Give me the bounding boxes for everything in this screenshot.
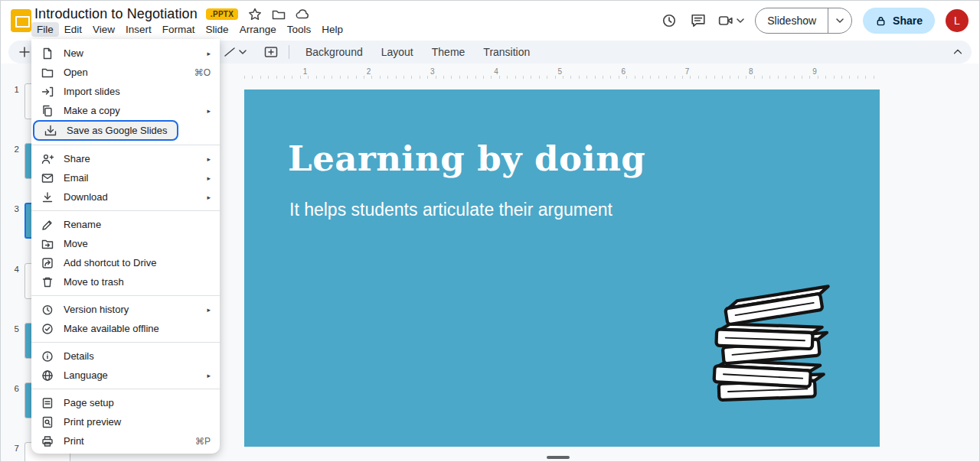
open-folder-icon (41, 67, 54, 79)
books-illustration[interactable] (701, 276, 837, 405)
submenu-arrow-icon: ▸ (207, 306, 211, 314)
slideshow-dropdown-button[interactable] (828, 18, 851, 23)
menu-item-add-shortcut-to-drive[interactable]: Add shortcut to Drive (31, 253, 220, 272)
menu-item-import-slides[interactable]: Import slides (31, 82, 220, 101)
menu-item-label: Language (64, 369, 198, 381)
slideshow-button[interactable]: Slideshow (756, 15, 828, 27)
menu-item-print-preview[interactable]: Print preview (31, 412, 220, 431)
theme-button[interactable]: Theme (424, 44, 473, 60)
page-setup-icon (41, 397, 54, 409)
menu-item-page-setup[interactable]: Page setup (31, 393, 220, 412)
menubar-file[interactable]: File (31, 22, 59, 37)
menubar-slide[interactable]: Slide (201, 22, 234, 37)
plus-icon (18, 45, 31, 59)
slide-canvas[interactable]: Learning by doing It helps students arti… (244, 89, 880, 447)
lock-icon (875, 15, 887, 27)
menu-item-label: Move (64, 238, 211, 249)
slide-title[interactable]: Learning by doing (288, 138, 645, 179)
transition-button[interactable]: Transition (475, 44, 537, 60)
horizontal-ruler: 1 2 3 4 5 6 7 8 9 (244, 67, 881, 79)
ruler-mark: 3 (371, 67, 435, 79)
toolbar-separator (289, 45, 289, 59)
menu-item-move-to-trash[interactable]: Move to trash (31, 272, 220, 291)
offline-check-icon (41, 323, 54, 335)
menu-item-label: Make available offline (64, 323, 211, 334)
menu-item-details[interactable]: Details (31, 346, 220, 366)
menu-item-version-history[interactable]: Version history ▸ (31, 300, 220, 319)
share-button[interactable]: Share (863, 8, 935, 34)
menu-item-rename[interactable]: Rename (31, 215, 220, 234)
google-slides-app: Introduction to Negotiation .PPTX File E… (0, 0, 980, 462)
menubar-help[interactable]: Help (316, 22, 348, 37)
ruler-mark: 7 (626, 67, 690, 79)
layout-button[interactable]: Layout (374, 44, 421, 60)
menu-item-label: Rename (64, 219, 211, 230)
menu-item-label: Print (64, 435, 186, 447)
background-button[interactable]: Background (298, 44, 371, 60)
menu-item-label: Move to trash (64, 276, 211, 288)
menu-item-save-as-google-slides[interactable]: Save as Google Slides (33, 120, 178, 141)
new-slide-button[interactable] (18, 41, 31, 63)
print-preview-icon (41, 416, 54, 428)
slide-subtitle[interactable]: It helps students articulate their argum… (289, 200, 612, 220)
menu-item-label: Details (64, 350, 211, 362)
menubar-insert[interactable]: Insert (120, 22, 157, 37)
menu-item-label: Share (64, 153, 198, 164)
menu-item-make-available-offline[interactable]: Make available offline (31, 319, 220, 338)
document-title[interactable]: Introduction to Negotiation (34, 6, 198, 22)
line-tool-button[interactable] (223, 41, 247, 63)
comment-icon[interactable] (689, 11, 707, 30)
star-icon[interactable] (248, 8, 262, 21)
rename-icon (41, 219, 54, 231)
slide-number: 6 (5, 384, 19, 393)
submenu-arrow-icon: ▸ (207, 194, 211, 201)
account-avatar[interactable]: L (946, 9, 969, 32)
chevron-up-icon (952, 46, 964, 58)
menu-item-label: Email (64, 172, 198, 184)
menu-item-label: Save as Google Slides (67, 125, 168, 136)
version-history-icon[interactable] (660, 11, 678, 30)
ruler-mark: 1 (244, 67, 308, 79)
menubar: File Edit View Insert Format Slide Arran… (31, 22, 348, 37)
menu-divider (31, 389, 220, 389)
slides-logo-icon[interactable] (11, 9, 31, 32)
save-icon (44, 125, 57, 137)
insert-placeholder-button[interactable] (264, 41, 278, 63)
menu-item-new[interactable]: New ▸ (31, 44, 220, 63)
menu-item-label: Import slides (64, 86, 211, 97)
ruler-mark: 6 (563, 67, 626, 79)
menu-item-download[interactable]: Download ▸ (31, 187, 220, 207)
ruler-mark: 2 (308, 67, 371, 79)
menu-item-language[interactable]: Language ▸ (31, 366, 220, 385)
menubar-view[interactable]: View (87, 22, 120, 37)
menu-item-label: Open (64, 67, 185, 78)
menu-item-label: Download (64, 191, 198, 203)
horizontal-scrollbar[interactable] (547, 456, 570, 459)
ruler-mark: 9 (754, 67, 818, 79)
menubar-edit[interactable]: Edit (59, 22, 87, 37)
menu-item-label: Make a copy (64, 105, 198, 116)
document-status-cloud-icon[interactable] (296, 8, 309, 21)
menubar-format[interactable]: Format (157, 22, 201, 37)
menu-divider (31, 295, 220, 296)
menu-item-open[interactable]: Open ⌘O (31, 63, 220, 82)
menu-item-label: Print preview (64, 416, 211, 428)
menu-item-move[interactable]: Move (31, 234, 220, 253)
menu-item-email[interactable]: Email ▸ (31, 168, 220, 187)
menu-item-print[interactable]: Print ⌘P (31, 431, 220, 451)
slide-number: 7 (5, 444, 19, 453)
share-button-label: Share (893, 15, 923, 27)
move-folder-icon[interactable] (272, 8, 286, 21)
chevron-down-icon (836, 18, 844, 23)
menubar-tools[interactable]: Tools (282, 22, 317, 37)
menu-divider (31, 210, 220, 211)
import-slides-icon (41, 86, 54, 98)
hide-menus-button[interactable] (952, 41, 964, 63)
menu-item-share[interactable]: Share ▸ (31, 149, 220, 168)
submenu-arrow-icon: ▸ (207, 372, 211, 379)
menubar-arrange[interactable]: Arrange (234, 22, 282, 37)
meet-camera-button[interactable] (718, 13, 744, 28)
title-row: Introduction to Negotiation .PPTX (34, 6, 309, 22)
frame-plus-icon (264, 45, 278, 59)
menu-item-make-a-copy[interactable]: Make a copy ▸ (31, 101, 220, 120)
